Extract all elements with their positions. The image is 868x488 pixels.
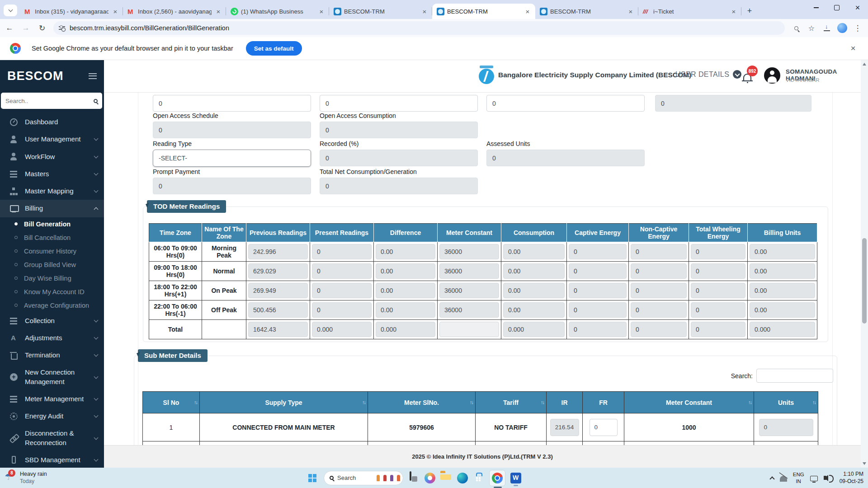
sidebar-item[interactable]: Billing <box>0 200 104 217</box>
bescom-logo <box>478 66 495 86</box>
downloads-icon[interactable] <box>820 21 834 35</box>
tod-total-wheeling: 0 <box>691 322 745 337</box>
browser-menu-icon[interactable] <box>851 21 864 35</box>
sidebar-item[interactable]: Meter Management <box>0 390 104 408</box>
browser-tab[interactable]: BESCOM-TRM <box>535 4 638 19</box>
address-bar[interactable]: bescom.trm.ieasybill.com/BillGeneration/… <box>53 21 785 35</box>
new-tab-button[interactable] <box>743 5 756 17</box>
browser-tab[interactable]: Inbox (2,560) - aaovidyanagar@ <box>123 4 226 19</box>
window-minimize-button[interactable] <box>806 0 826 15</box>
tab-close-icon[interactable] <box>730 7 738 15</box>
sidebar-item[interactable]: Adjustments <box>0 329 104 347</box>
tab-close-icon[interactable] <box>317 7 326 15</box>
sidebar-item[interactable]: Energy Audit <box>0 408 104 425</box>
window-maximize-button[interactable] <box>826 0 847 15</box>
chrome-taskbar-button[interactable] <box>489 470 505 486</box>
meter-value-input-3[interactable] <box>486 95 645 112</box>
reading-type-select[interactable]: -SELECT- <box>153 150 311 167</box>
tab-close-icon[interactable] <box>214 7 222 15</box>
page-scrollbar[interactable] <box>861 60 868 468</box>
window-close-button[interactable] <box>847 0 868 15</box>
site-settings-icon[interactable] <box>59 25 65 31</box>
language-indicator[interactable]: ENG IN <box>793 471 804 484</box>
submeter-column-header[interactable]: Meter Constant <box>624 392 754 413</box>
tab-search-button[interactable] <box>4 5 17 16</box>
meter-value-input-1[interactable] <box>153 95 311 112</box>
scrollbar-thumb[interactable] <box>862 238 867 324</box>
sidebar-item[interactable]: Disconnection & Reconnection <box>0 425 104 451</box>
scroll-down-icon[interactable] <box>863 462 866 465</box>
start-button[interactable] <box>308 474 316 482</box>
browser-tab[interactable]: (1) WhatsApp Business <box>226 4 329 19</box>
notifications-button[interactable]: 892 <box>741 68 759 86</box>
browser-tab[interactable]: BESCOM-TRM <box>432 4 535 19</box>
tod-present-reading[interactable]: 0 <box>312 263 372 279</box>
sidebar-subitem[interactable]: Know My Account ID <box>0 285 104 299</box>
microsoft-store-icon[interactable] <box>473 472 485 484</box>
bookmark-star-icon[interactable]: ☆ <box>805 21 818 35</box>
banner-close-icon[interactable] <box>847 42 859 54</box>
user-details-menu[interactable]: USER DETAILS <box>675 70 741 79</box>
forward-button[interactable]: → <box>19 21 33 35</box>
sidebar-subitem[interactable]: Day Wise Billing <box>0 272 104 285</box>
back-button[interactable]: ← <box>3 21 16 35</box>
sidebar-item[interactable]: Termination <box>0 347 104 364</box>
set-as-default-button[interactable]: Set as default <box>246 41 302 56</box>
taskbar-clock[interactable]: 1:10 PM 09-Oct-25 <box>840 471 863 485</box>
edge-icon[interactable] <box>457 473 468 483</box>
sidebar-item-label: Disconnection & Reconnection <box>25 429 87 447</box>
tab-close-icon[interactable] <box>524 7 532 15</box>
sidebar-item[interactable]: WorkFlow <box>0 148 104 165</box>
tray-chevron-up-icon[interactable] <box>769 476 774 481</box>
sidebar-item[interactable]: Masters <box>0 165 104 183</box>
submeter-column-header[interactable]: Tariff <box>476 392 547 413</box>
sidebar-item[interactable]: Master Mapping <box>0 183 104 200</box>
sidebar-subitem[interactable]: Group Billed View <box>0 258 104 272</box>
bullet-icon <box>14 249 18 253</box>
profile-icon[interactable] <box>835 21 849 35</box>
copilot-icon[interactable] <box>425 473 435 483</box>
scroll-up-icon[interactable] <box>863 63 866 66</box>
sidebar-item[interactable]: Dashboard <box>0 113 104 131</box>
sidebar-item[interactable]: User Management <box>0 131 104 148</box>
task-view-button[interactable] <box>408 472 420 484</box>
submeter-search-input[interactable] <box>756 369 833 383</box>
submeter-column-header[interactable]: Units <box>754 392 818 413</box>
avatar[interactable] <box>764 67 780 84</box>
network-icon[interactable] <box>810 476 818 481</box>
sidebar-search-input[interactable] <box>5 98 94 104</box>
tod-present-reading[interactable]: 0 <box>312 283 372 298</box>
tab-close-icon[interactable] <box>627 7 635 15</box>
submeter-fr-input[interactable] <box>590 419 618 436</box>
tod-present-reading[interactable]: 0 <box>312 302 372 318</box>
sidebar-subitem[interactable]: Consumer History <box>0 244 104 258</box>
hamburger-menu-icon[interactable] <box>89 73 97 79</box>
browser-tab[interactable]: BESCOM-TRM <box>329 4 432 19</box>
word-icon[interactable] <box>510 473 521 483</box>
meter-value-input-2[interactable] <box>320 95 478 112</box>
sidebar-subitem[interactable]: Bill Cancellation <box>0 231 104 244</box>
reload-button[interactable]: ↻ <box>35 21 49 35</box>
sidebar-subitem[interactable]: Average Configuration <box>0 299 104 312</box>
browser-tab[interactable]: i~Ticket <box>638 4 741 19</box>
taskbar-search[interactable]: Search <box>324 471 403 485</box>
file-explorer-icon[interactable] <box>440 472 452 484</box>
zoom-icon[interactable] <box>789 21 803 35</box>
submeter-column-header[interactable]: Meter SlNo. <box>368 392 476 413</box>
submeter-column-header[interactable]: Supply Type <box>200 392 368 413</box>
sidebar-search[interactable] <box>1 93 102 109</box>
taskbar-weather-widget[interactable]: 8 Heavy rain Today <box>5 471 140 485</box>
tod-present-reading[interactable]: 0 <box>312 244 372 259</box>
tab-close-icon[interactable] <box>420 7 429 15</box>
submeter-column-header[interactable]: Sl No <box>143 392 200 413</box>
sidebar-item[interactable]: Collection <box>0 312 104 329</box>
tab-close-icon[interactable] <box>111 7 119 15</box>
submeter-column-header[interactable]: FR <box>583 392 624 413</box>
sidebar-item[interactable]: New Connection Management <box>0 364 104 390</box>
do-not-disturb-icon[interactable] <box>780 476 787 482</box>
browser-tab[interactable]: Inbox (315) - vidyanagaraao@g <box>20 4 123 19</box>
submeter-column-header[interactable]: IR <box>547 392 583 413</box>
sidebar-item[interactable]: SBD Management <box>0 451 104 469</box>
sidebar-subitem[interactable]: Bill Generation <box>0 217 104 231</box>
speaker-icon[interactable] <box>824 476 826 480</box>
